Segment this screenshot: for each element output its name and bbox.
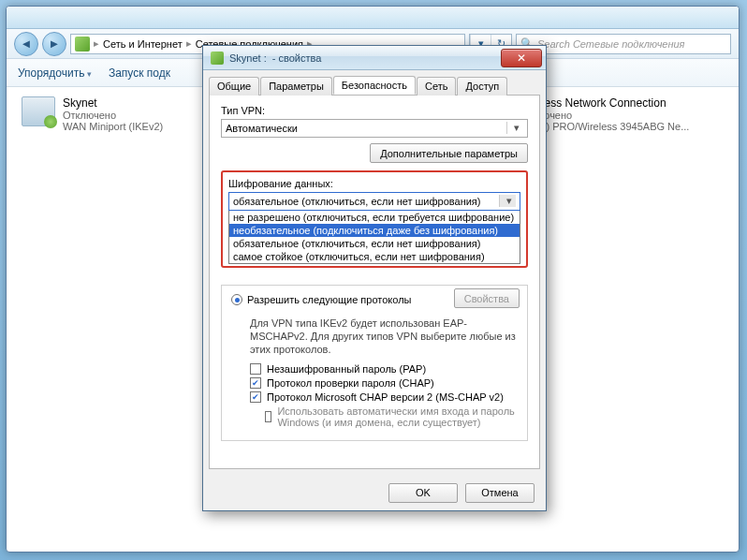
- tab-network[interactable]: Сеть: [417, 77, 456, 96]
- tab-security[interactable]: Безопасность: [333, 76, 416, 95]
- connection-item[interactable]: Skynet Отключено WAN Miniport (IKEv2): [22, 96, 163, 132]
- close-icon: ✕: [517, 52, 526, 65]
- tab-strip: Общие Параметры Безопасность Сеть Доступ: [209, 76, 540, 95]
- encryption-option[interactable]: необязательное (подключиться даже без ши…: [229, 224, 520, 237]
- proto-pap-row[interactable]: Незашифрованный пароль (PAP): [250, 363, 518, 375]
- tab-panel-security: Тип VPN: Автоматически Дополнительные па…: [209, 95, 540, 469]
- encryption-option[interactable]: обязательное (отключиться, если нет шифр…: [229, 237, 520, 250]
- ok-button[interactable]: OK: [388, 483, 458, 503]
- allow-protocols-label: Разрешить следующие протоколы: [247, 294, 412, 305]
- tab-general[interactable]: Общие: [209, 77, 259, 96]
- nav-forward-button[interactable]: ►: [42, 32, 66, 56]
- proto-chap-label: Протокол проверки пароля (CHAP): [267, 377, 434, 389]
- chevron-right-icon: ▸: [94, 37, 99, 50]
- chevron-right-icon: ▸: [186, 37, 192, 50]
- checkbox-icon: [265, 411, 271, 422]
- vpn-type-label: Тип VPN:: [221, 105, 528, 116]
- radio-icon: [231, 294, 242, 305]
- connection-name: Skynet: [63, 96, 163, 110]
- connection-device: WAN Miniport (IKEv2): [63, 121, 163, 132]
- proto-mschap-row[interactable]: Протокол Microsoft CHAP версии 2 (MS-CHA…: [250, 391, 518, 403]
- encryption-highlight: Шифрование данных: обязательное (отключи…: [221, 170, 528, 268]
- vpn-type-select[interactable]: Автоматически: [221, 119, 528, 138]
- encryption-option[interactable]: не разрешено (отключиться, если требуетс…: [229, 211, 520, 224]
- allow-protocols-radio-row[interactable]: Разрешить следующие протоколы: [231, 294, 412, 305]
- dialog-title-suffix: - свойства: [272, 52, 322, 64]
- dialog-title-name: Skynet :: [229, 52, 267, 64]
- properties-button[interactable]: Свойства: [454, 288, 520, 308]
- proto-pap-label: Незашифрованный пароль (PAP): [267, 363, 426, 375]
- checkbox-icon: [250, 391, 261, 403]
- vpn-type-value: Автоматически: [226, 123, 298, 134]
- proto-chap-row[interactable]: Протокол проверки пароля (CHAP): [250, 377, 518, 389]
- encryption-dropdown-list: не разрешено (отключиться, если требуетс…: [228, 211, 520, 264]
- tab-access[interactable]: Доступ: [457, 77, 507, 96]
- encryption-selected-value: обязательное (отключиться, если нет шифр…: [233, 196, 480, 207]
- nav-back-button[interactable]: ◄: [14, 32, 38, 56]
- checkbox-icon: [250, 377, 261, 389]
- connection-icon: [211, 52, 224, 65]
- close-button[interactable]: ✕: [501, 49, 542, 67]
- dialog-titlebar[interactable]: Skynet : - свойства ✕: [203, 46, 546, 70]
- checkbox-icon: [250, 363, 261, 375]
- organize-button[interactable]: Упорядочить: [18, 66, 92, 80]
- connection-status: Отключено: [63, 110, 163, 121]
- auth-group: Разрешить следующие протоколы Свойства Д…: [221, 285, 528, 441]
- tab-parameters[interactable]: Параметры: [260, 77, 332, 96]
- connection-icon: [22, 96, 55, 126]
- cancel-button[interactable]: Отмена: [465, 483, 535, 503]
- search-placeholder: Search Сетевые подключения: [537, 38, 685, 50]
- encryption-label: Шифрование данных:: [228, 178, 520, 189]
- dialog-button-row: OK Отмена: [203, 475, 546, 510]
- proto-autologin-row[interactable]: Использовать автоматически имя входа и п…: [265, 405, 518, 428]
- window-titlebar: [7, 7, 739, 29]
- proto-autologin-label: Использовать автоматически имя входа и п…: [277, 405, 518, 428]
- encryption-option[interactable]: самое стойкое (отключиться, если нет шиф…: [229, 250, 520, 263]
- breadcrumb-item[interactable]: Сеть и Интернет: [103, 38, 183, 50]
- search-input[interactable]: 🔍 Search Сетевые подключения: [516, 34, 731, 54]
- protocols-description: Для VPN типа IKEv2 будет использован EAP…: [250, 317, 518, 356]
- network-icon: [75, 37, 90, 52]
- start-connection-button[interactable]: Запуск подк: [109, 66, 170, 80]
- encryption-select[interactable]: обязательное (отключиться, если нет шифр…: [228, 192, 520, 211]
- proto-mschap-label: Протокол Microsoft CHAP версии 2 (MS-CHA…: [267, 391, 504, 403]
- advanced-params-button[interactable]: Дополнительные параметры: [370, 143, 528, 163]
- properties-dialog: Skynet : - свойства ✕ Общие Параметры Бе…: [202, 45, 547, 511]
